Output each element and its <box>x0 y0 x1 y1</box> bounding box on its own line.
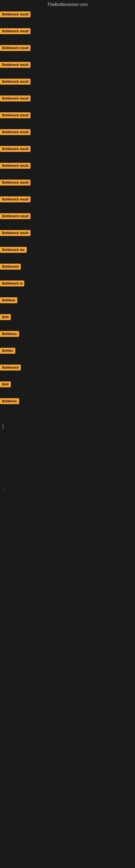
bottleneck-badge[interactable]: Bottlenec <box>0 398 19 404</box>
list-item: Bottleneck result <box>0 127 135 138</box>
bottleneck-list: Bottleneck resultBottleneck resultBottle… <box>0 9 135 413</box>
list-item: Bottleneck result <box>0 211 135 222</box>
bottleneck-badge[interactable]: Bottleneck result <box>0 129 31 135</box>
bottleneck-badge[interactable]: Bottleneck <box>0 264 21 270</box>
bottleneck-badge[interactable]: Bottleneck result <box>0 112 31 118</box>
bottleneck-badge[interactable]: Bottleneck result <box>0 196 31 203</box>
bottleneck-badge[interactable]: Bottlen <box>0 348 15 354</box>
list-item: Bottleneck <box>0 362 135 374</box>
list-item: Bottleneck result <box>0 76 135 88</box>
bottleneck-badge[interactable]: Bottleneck result <box>0 95 31 101</box>
bottleneck-badge[interactable]: Bott <box>0 314 11 320</box>
list-item: Bottleneck result <box>0 228 135 239</box>
bottleneck-badge[interactable]: Bottlenec <box>0 331 19 337</box>
list-item: Bottleneck result <box>0 26 135 37</box>
list-item: Bottleneck result <box>0 43 135 54</box>
list-item: Bottlen <box>0 346 135 357</box>
page-wrapper: TheBottlenecker.com Bottleneck resultBot… <box>0 0 135 575</box>
bottleneck-badge[interactable]: Bottleneck result <box>0 62 31 68</box>
bottleneck-badge[interactable]: Bottleneck result <box>0 28 31 34</box>
list-item: Bottlene <box>0 295 135 307</box>
bottleneck-badge[interactable]: Bottleneck result <box>0 146 31 152</box>
list-item: Bottleneck result <box>0 144 135 155</box>
list-item: Bottlenec <box>0 396 135 407</box>
bottleneck-badge[interactable]: Bottlene <box>0 297 17 303</box>
bottleneck-badge[interactable]: Bottleneck result <box>0 213 31 219</box>
bottleneck-badge[interactable]: Bottleneck result <box>0 79 31 85</box>
list-item: Bottleneck <box>0 261 135 273</box>
bottleneck-badge[interactable]: Bottleneck result <box>0 180 31 186</box>
page-header: TheBottlenecker.com <box>0 0 135 9</box>
list-item: Bottleneck result <box>0 177 135 189</box>
list-item: Bottleneck res <box>0 245 135 256</box>
bottleneck-badge[interactable]: Bottleneck res <box>0 247 27 253</box>
bottleneck-badge[interactable]: Bottleneck result <box>0 163 31 169</box>
bottleneck-badge[interactable]: Bottleneck re <box>0 280 24 286</box>
list-item: Bottlenec <box>0 329 135 340</box>
bottom-section: ... <box>0 418 135 575</box>
list-item: Bott <box>0 379 135 391</box>
site-title: TheBottlenecker.com <box>47 2 88 7</box>
list-item: Bottleneck result <box>0 9 135 21</box>
list-item: Bottleneck re <box>0 278 135 290</box>
list-item: Bott <box>0 312 135 323</box>
bottleneck-badge[interactable]: Bottleneck result <box>0 230 31 236</box>
list-item: Bottleneck result <box>0 161 135 172</box>
cursor-indicator <box>3 424 3 429</box>
list-item: Bottleneck result <box>0 60 135 71</box>
ellipsis-indicator: ... <box>3 486 132 490</box>
list-item: Bottleneck result <box>0 110 135 122</box>
list-item: Bottleneck result <box>0 93 135 105</box>
bottleneck-badge[interactable]: Bottleneck result <box>0 45 31 51</box>
bottleneck-badge[interactable]: Bott <box>0 381 11 388</box>
bottleneck-badge[interactable]: Bottleneck <box>0 365 21 371</box>
bottleneck-badge[interactable]: Bottleneck result <box>0 11 31 18</box>
list-item: Bottleneck result <box>0 194 135 206</box>
